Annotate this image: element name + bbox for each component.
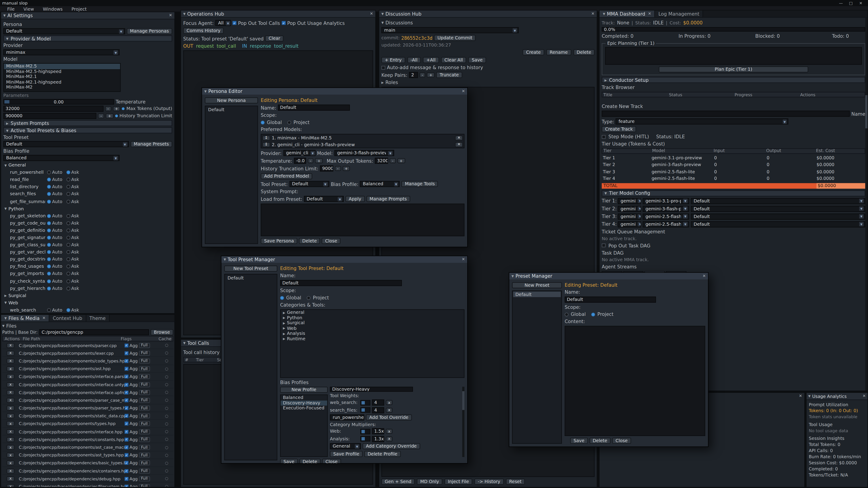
auto-radio[interactable] — [47, 185, 51, 189]
remove-file-button[interactable]: x — [6, 461, 14, 466]
ask-radio[interactable] — [66, 170, 70, 174]
maximize-icon[interactable]: □ — [846, 1, 856, 5]
manage-prompts-button[interactable]: Manage Prompts — [366, 196, 410, 202]
decrement-button[interactable]: - — [420, 72, 426, 77]
temperature-input[interactable]: -0.0 — [294, 158, 306, 164]
save-profile-button[interactable]: Save Profile — [330, 451, 363, 457]
agg-checkbox[interactable]: ✓ — [125, 485, 128, 487]
add-category-override-button[interactable]: Add Category Override — [363, 443, 420, 449]
agg-checkbox[interactable]: ✓ — [125, 453, 128, 457]
tool-preset-dropdown[interactable]: Default ▼ — [289, 181, 329, 187]
remove-file-button[interactable]: x — [6, 429, 14, 434]
increment-button[interactable]: + — [315, 158, 323, 163]
temperature-slider[interactable]: 0.00 — [3, 99, 114, 104]
auto-radio[interactable] — [47, 265, 51, 268]
decrement-button[interactable]: - — [335, 166, 341, 171]
ask-radio[interactable] — [66, 272, 70, 276]
bias-profile-item[interactable]: Balanced — [281, 395, 327, 400]
group-chevron-icon[interactable]: ▶ — [4, 294, 7, 297]
tier-model-dropdown[interactable]: gemini-3.1-pro-preview ▼ — [643, 198, 689, 204]
remove-multiplier-button[interactable]: x — [386, 429, 393, 434]
tier-provider-dropdown[interactable]: gemini ▼ — [618, 213, 641, 219]
weight-value[interactable]: 4 — [372, 407, 384, 413]
track-type-dropdown[interactable]: feature ▼ — [616, 119, 788, 125]
bias-profile-item[interactable]: Execution-Focused — [281, 405, 327, 411]
full-flag-chip[interactable]: Full — [139, 445, 150, 450]
tier-provider-dropdown[interactable]: gemini ▼ — [618, 205, 641, 212]
manage-presets-button[interactable]: Manage Presets — [130, 141, 172, 147]
decrement-button[interactable]: - — [308, 158, 313, 163]
chevron-down-icon[interactable]: ▼ — [2, 324, 4, 328]
close-icon[interactable]: ✕ — [799, 394, 802, 398]
full-flag-chip[interactable]: Full — [139, 461, 150, 466]
rename-discussion-button[interactable]: Rename — [546, 49, 571, 55]
remove-multiplier-button[interactable]: x — [386, 436, 393, 441]
full-flag-chip[interactable]: Full — [139, 414, 150, 418]
add-entry-button[interactable]: + Entry — [381, 57, 405, 63]
close-icon[interactable]: ✕ — [591, 11, 594, 16]
weight-slider[interactable] — [360, 407, 370, 413]
preset-name-input[interactable] — [565, 297, 656, 303]
chevron-down-icon[interactable]: ▼ — [204, 90, 207, 93]
bias-profile-dropdown[interactable]: Balanced ▼ — [3, 155, 120, 161]
persona-name-input[interactable] — [278, 105, 350, 111]
pop-out-tool-calls-checkbox[interactable]: ✓ — [232, 21, 237, 25]
agg-checkbox[interactable]: ✓ — [125, 469, 128, 473]
ask-radio[interactable] — [66, 257, 70, 261]
increment-button[interactable]: + — [397, 158, 405, 163]
full-flag-chip[interactable]: Full — [139, 405, 150, 411]
auto-radio[interactable] — [47, 243, 51, 247]
category-item[interactable]: ▶ Web — [281, 326, 464, 331]
ask-radio[interactable] — [66, 192, 70, 196]
ask-radio[interactable] — [66, 199, 70, 203]
tab-context-hub[interactable]: Context Hub — [50, 315, 86, 321]
menu-item[interactable]: Project — [68, 6, 90, 11]
new-preset-button[interactable]: New Preset — [512, 282, 562, 288]
collapse-all-button[interactable]: -All — [407, 57, 421, 63]
full-flag-chip[interactable]: Full — [139, 484, 150, 487]
delete-discussion-button[interactable]: Delete — [573, 49, 594, 55]
tier-preset-dropdown[interactable]: Default ▼ — [691, 213, 865, 219]
close-dialog-button[interactable]: Close — [322, 238, 341, 244]
reorder-handle-icon[interactable]: ↕ — [262, 135, 270, 140]
agg-checkbox[interactable]: ✓ — [125, 398, 128, 402]
agg-checkbox[interactable]: ✓ — [125, 383, 128, 387]
save-tool-preset-button[interactable]: Save — [280, 458, 298, 463]
plan-epic-button[interactable]: Plan Epic (Tier 1) — [659, 66, 808, 72]
remove-file-button[interactable]: x — [6, 421, 14, 426]
remove-file-button[interactable]: x — [6, 484, 14, 487]
scope-global-radio[interactable] — [260, 121, 265, 124]
create-track-button[interactable]: Create Track — [602, 126, 636, 132]
weight-slider[interactable] — [360, 400, 370, 405]
decrement-button[interactable]: - — [390, 158, 396, 163]
decrement-button[interactable]: - — [105, 106, 111, 111]
chevron-down-icon[interactable]: ▼ — [223, 258, 226, 261]
close-icon[interactable]: ✕ — [370, 11, 373, 16]
chevron-down-icon[interactable]: ▼ — [183, 341, 186, 345]
chevron-down-icon[interactable]: ▼ — [381, 21, 383, 24]
scope-global-radio[interactable] — [280, 296, 284, 300]
category-item[interactable]: ▶ Sur­gical — [281, 320, 464, 326]
remove-file-button[interactable]: x — [6, 453, 14, 458]
ask-radio[interactable] — [66, 185, 70, 189]
model-list-item[interactable]: MiniMax-M2.1 — [4, 74, 120, 79]
history-limit-input[interactable]: 900000 — [3, 113, 97, 119]
agg-checkbox[interactable]: ✓ — [125, 406, 128, 410]
increment-button[interactable]: + — [106, 113, 114, 119]
auto-radio[interactable] — [47, 279, 51, 283]
model-list-item[interactable]: MiniMax-M2.5 — [4, 64, 120, 69]
category-item[interactable]: ▶ Python — [281, 315, 464, 320]
manage-personas-button[interactable]: Manage Personas — [127, 28, 172, 34]
remove-file-button[interactable]: x — [6, 445, 14, 450]
tab-log-management[interactable]: Log Management — [655, 11, 703, 17]
agg-checkbox[interactable]: ✓ — [125, 414, 128, 418]
remove-file-button[interactable]: x — [6, 351, 14, 356]
md-only-button[interactable]: MD Only — [417, 479, 442, 485]
auto-radio[interactable] — [47, 287, 51, 290]
full-flag-chip[interactable]: Full — [139, 359, 150, 363]
full-flag-chip[interactable]: Full — [139, 366, 150, 371]
remove-file-button[interactable]: x — [6, 382, 14, 387]
remove-file-button[interactable]: x — [6, 359, 14, 363]
tier-preset-dropdown[interactable]: Default ▼ — [691, 221, 865, 227]
focus-agent-dropdown[interactable]: All ▼ — [215, 20, 231, 26]
